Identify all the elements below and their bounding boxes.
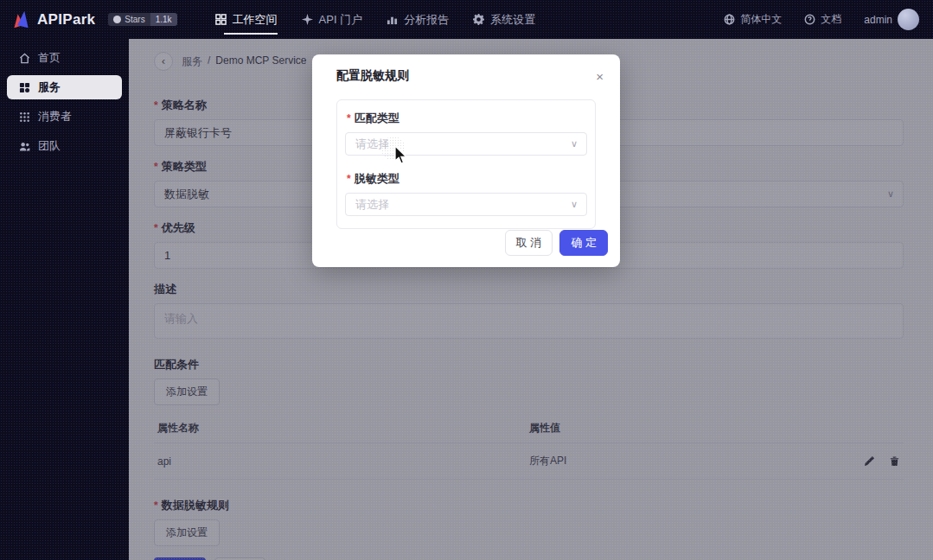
apipark-logo-icon (12, 11, 31, 29)
github-star-label: Stars (125, 15, 144, 24)
required-asterisk: * (347, 112, 351, 124)
nav-item-api-portal[interactable]: API 门户 (290, 0, 375, 39)
gear-icon (473, 14, 484, 25)
help-icon (804, 14, 815, 25)
masking-type-select[interactable]: 请选择 ∨ (345, 193, 587, 216)
globe-icon (724, 14, 735, 25)
docs-label: 文档 (821, 12, 841, 27)
docs-link[interactable]: 文档 (804, 12, 841, 27)
sidebar-item-label: 服务 (38, 80, 61, 95)
github-star-badge[interactable]: Stars 1.1k (108, 13, 176, 26)
modal-title: 配置脱敏规则 (336, 68, 409, 84)
required-asterisk: * (347, 173, 351, 185)
teams-icon (19, 141, 30, 152)
sidebar-item-label: 消费者 (38, 109, 72, 124)
sidebar-item-home[interactable]: 首页 (7, 46, 122, 70)
avatar (898, 9, 919, 30)
chevron-down-icon: ∨ (571, 138, 578, 150)
nav-item-workspace[interactable]: 工作空间 (203, 0, 290, 39)
sidebar: 首页 服务 消费者 团队 (0, 39, 129, 560)
language-switcher[interactable]: 简体中文 (724, 12, 782, 27)
sidebar-item-label: 首页 (38, 50, 61, 66)
top-navbar: APIPark Stars 1.1k 工作空间 API 门户 分析报告 系统设置 (0, 0, 933, 39)
github-icon (113, 16, 121, 23)
sidebar-item-label: 团队 (38, 138, 61, 154)
sidebar-item-consumers[interactable]: 消费者 (7, 105, 122, 129)
navbar-right: 简体中文 文档 admin (724, 9, 933, 30)
logo-text: APIPark (37, 11, 95, 29)
username: admin (864, 14, 892, 26)
masking-type-placeholder: 请选择 (355, 197, 389, 213)
nav-item-analytics[interactable]: 分析报告 (374, 0, 461, 39)
chevron-down-icon: ∨ (571, 199, 578, 210)
masking-type-label: 脱敏类型 (355, 171, 399, 187)
nav-item-label: API 门户 (319, 12, 363, 28)
nav-item-label: 系统设置 (490, 12, 535, 28)
app-window: APIPark Stars 1.1k 工作空间 API 门户 分析报告 系统设置 (0, 0, 933, 560)
masking-rule-modal: 配置脱敏规则 × *匹配类型 请选择 ∨ *脱敏类型 请选择 ∨ 取 消 确 定 (312, 54, 620, 267)
sidebar-item-teams[interactable]: 团队 (7, 134, 122, 158)
services-icon (19, 82, 30, 93)
bar-chart-icon (387, 14, 398, 25)
consumers-icon (19, 111, 30, 123)
nav-item-label: 分析报告 (404, 12, 449, 28)
modal-confirm-button[interactable]: 确 定 (559, 230, 608, 256)
home-icon (19, 53, 30, 64)
match-type-label: 匹配类型 (355, 111, 399, 126)
portal-sparkle-icon (302, 14, 313, 25)
sidebar-item-services[interactable]: 服务 (7, 75, 122, 99)
user-menu[interactable]: admin (864, 9, 919, 30)
main-nav: 工作空间 API 门户 分析报告 系统设置 (203, 0, 548, 39)
nav-item-label: 工作空间 (233, 12, 278, 28)
close-icon[interactable]: × (596, 70, 604, 83)
mouse-cursor (393, 145, 409, 166)
github-star-count: 1.1k (150, 13, 177, 26)
logo[interactable]: APIPark Stars 1.1k (0, 11, 177, 29)
nav-item-settings[interactable]: 系统设置 (461, 0, 547, 39)
modal-field-group: *匹配类型 请选择 ∨ *脱敏类型 请选择 ∨ (336, 99, 596, 229)
language-label: 简体中文 (740, 12, 782, 27)
modal-cancel-button[interactable]: 取 消 (505, 230, 553, 256)
workspace-grid-icon (215, 14, 227, 25)
